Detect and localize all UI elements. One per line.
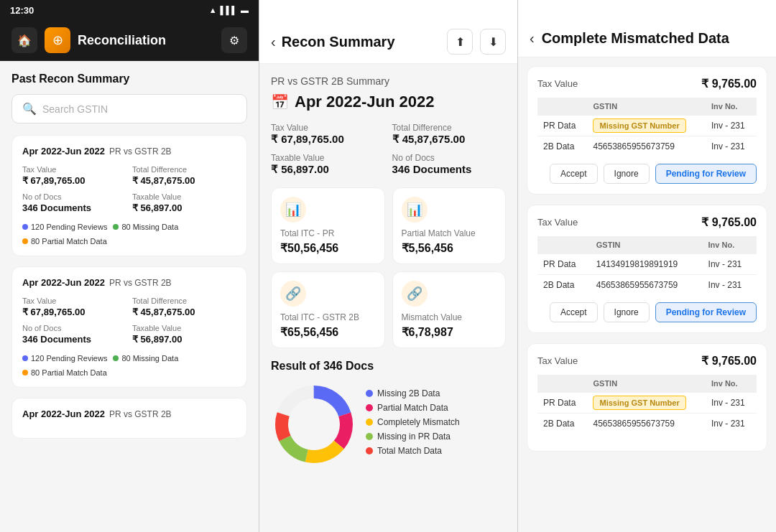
back-button-2[interactable]: ‹: [271, 34, 276, 50]
card2-tag1: 120 Pending Reviews: [22, 354, 107, 363]
panel3-title: Complete Mismatched Data: [542, 30, 729, 47]
panel-past-recon: 12:30 ▲ ▌▌▌ ▬ 🏠 ⊕ Reconciliation ⚙ Past …: [0, 0, 259, 532]
summary-tax: Tax Value ₹ 67,89,765.00: [271, 123, 385, 146]
partial-match-label: Partial Match Value: [402, 228, 497, 238]
summary-subtitle: PR vs GSTR 2B Summary: [271, 75, 506, 87]
card2-diff: Total Difference ₹ 45,87,675.00: [132, 297, 236, 318]
table-row-pr-1: PR Data Missing GST Number Inv - 231: [537, 116, 757, 136]
card2-type: PR vs GSTR 2B: [109, 278, 172, 288]
itc-gstr-label: Total ITC - GSTR 2B: [280, 312, 376, 322]
b2-gstin-1: 45653865955673759: [587, 136, 705, 157]
card1-diff: Total Difference ₹ 45,87,675.00: [132, 165, 236, 187]
th-gstin-3: GSTIN: [587, 375, 705, 393]
dot-green-icon-2: [113, 355, 119, 361]
accept-button-2[interactable]: Accept: [550, 302, 598, 322]
wifi-icon-2: ▲: [468, 6, 476, 14]
dot-orange-icon: [22, 238, 28, 244]
recon-card-3[interactable]: Apr 2022-Jun 2022 PR vs GSTR 2B: [11, 398, 247, 439]
dot-blue-icon-2: [22, 355, 28, 361]
status-icons-3: ▲ ▌▌▌ ▬: [726, 6, 766, 14]
mismatch-card-1: Tax Value ₹ 9,765.00 GSTIN Inv No. PR Da…: [527, 66, 767, 195]
card1-taxable-value: ₹ 56,897.00: [132, 202, 182, 213]
search-input[interactable]: Search GSTIN: [42, 103, 108, 115]
pr-gstin-2: 14134919819891919: [591, 254, 703, 275]
legend-dot-pink: [366, 404, 373, 411]
dot-blue-icon: [22, 224, 28, 230]
time-3: 12:30: [528, 5, 552, 16]
app-header-left: 🏠 ⊕ Reconciliation: [11, 27, 166, 53]
recon-card-1[interactable]: Apr 2022-Jun 2022 PR vs GSTR 2B Tax Valu…: [11, 135, 247, 256]
tax-label-2: Tax Value: [537, 217, 578, 228]
th-inv-3: Inv No.: [706, 375, 757, 393]
pr-gstin-1: Missing GST Number: [587, 116, 705, 136]
summary-taxable-label: Taxable Value: [271, 153, 385, 163]
summary-docs: No of Docs 346 Documents: [392, 153, 507, 176]
app-header: 🏠 ⊕ Reconciliation ⚙: [0, 20, 259, 61]
card2-taxable: Taxable Value ₹ 56,897.00: [132, 324, 236, 345]
card1-tax-label: Tax Value: [22, 165, 126, 174]
itc-pr-label: Total ITC - PR: [280, 228, 376, 238]
card2-taxable-value: ₹ 56,897.00: [132, 334, 182, 345]
itc-gstr-icon: 🔗: [280, 281, 306, 307]
tax-label-1: Tax Value: [537, 78, 578, 89]
card2-tag2: 80 Missing Data: [113, 354, 178, 363]
settings-button[interactable]: ⚙: [221, 27, 247, 53]
missing-gstin-badge-1: Missing GST Number: [593, 118, 685, 133]
summary-diff-value: ₹ 45,87,675.00: [392, 133, 466, 145]
itc-gstr-value: ₹65,56,456: [280, 325, 376, 339]
summary-tax-value: ₹ 67,89,765.00: [271, 133, 344, 145]
pending-button-2[interactable]: Pending for Review: [655, 302, 757, 322]
partial-match-card: 📊 Partial Match Value ₹5,56,456: [392, 187, 507, 264]
time-1: 12:30: [10, 5, 34, 16]
status-bar-2: 12:30 ▲ ▌▌▌ ▬: [259, 0, 517, 20]
panel2-title: Recon Summary: [282, 34, 395, 50]
card2-tax-value: ₹ 67,89,765.00: [22, 307, 86, 317]
ignore-button-2[interactable]: Ignore: [604, 302, 650, 322]
status-icons-1: ▲ ▌▌▌ ▬: [209, 6, 249, 14]
accept-button-1[interactable]: Accept: [550, 164, 598, 184]
card1-tag2: 80 Missing Data: [113, 223, 178, 231]
card1-type: PR vs GSTR 2B: [109, 146, 172, 157]
b2-gstin-2: 45653865955673759: [591, 275, 703, 296]
tax-label-3: Tax Value: [537, 355, 578, 366]
legend-dot-green: [366, 433, 373, 440]
tax-value-row-2: Tax Value ₹ 9,765.00: [537, 215, 757, 229]
mismatch-card-3: Tax Value ₹ 9,765.00 GSTIN Inv No. PR Da…: [527, 343, 767, 452]
status-icons-2: ▲ ▌▌▌ ▬: [468, 6, 507, 14]
pending-button-1[interactable]: Pending for Review: [655, 164, 757, 184]
legend-label-3: Missing in PR Data: [377, 431, 451, 442]
th-gstin-2: GSTIN: [591, 236, 703, 254]
ignore-button-1[interactable]: Ignore: [604, 164, 650, 184]
panel-mismatched: 12:30 ▲ ▌▌▌ ▬ ‹ Complete Mismatched Data…: [517, 0, 776, 532]
th-empty-1: [537, 98, 587, 116]
pr-inv-1: Inv - 231: [706, 116, 757, 136]
panel3-content: Tax Value ₹ 9,765.00 GSTIN Inv No. PR Da…: [518, 57, 776, 532]
card2-docs-value: 346 Documents: [22, 334, 91, 345]
itc-grid: 📊 Total ITC - PR ₹50,56,456 📊 Partial Ma…: [271, 187, 506, 348]
battery-icon-3: ▬: [758, 6, 766, 14]
itc-gstr-card: 🔗 Total ITC - GSTR 2B ₹65,56,456: [271, 271, 385, 348]
legend-item-3: Missing in PR Data: [366, 431, 506, 442]
card1-period: Apr 2022-Jun 2022: [22, 146, 105, 157]
card3-type: PR vs GSTR 2B: [109, 409, 172, 419]
data-table-3: GSTIN Inv No. PR Data Missing GST Number…: [537, 375, 757, 434]
wifi-icon: ▲: [209, 6, 217, 14]
share-button[interactable]: ⬆: [447, 29, 473, 55]
th-gstin-1: GSTIN: [587, 98, 705, 116]
card2-docs-label: No of Docs: [22, 324, 126, 332]
th-empty-2: [537, 236, 591, 254]
tax-value-row-3: Tax Value ₹ 9,765.00: [537, 354, 757, 368]
panel1-content: Past Recon Summary 🔍 Search GSTIN Apr 20…: [0, 61, 259, 532]
home-button[interactable]: 🏠: [11, 27, 37, 53]
search-box[interactable]: 🔍 Search GSTIN: [11, 94, 247, 123]
recon-card-2[interactable]: Apr 2022-Jun 2022 PR vs GSTR 2B Tax Valu…: [11, 266, 247, 388]
legend-item-2: Completely Mismatch: [366, 417, 506, 427]
partial-match-value: ₹5,56,456: [402, 241, 497, 255]
legend-label-1: Partial Match Data: [377, 403, 448, 413]
summary-period: 📅 Apr 2022-Jun 2022: [271, 93, 506, 111]
back-button-3[interactable]: ‹: [530, 30, 535, 47]
missing-gstin-badge-3: Missing GST Number: [593, 396, 685, 410]
summary-docs-label: No of Docs: [392, 153, 507, 163]
itc-pr-value: ₹50,56,456: [280, 241, 376, 255]
download-button[interactable]: ⬇: [480, 29, 506, 55]
